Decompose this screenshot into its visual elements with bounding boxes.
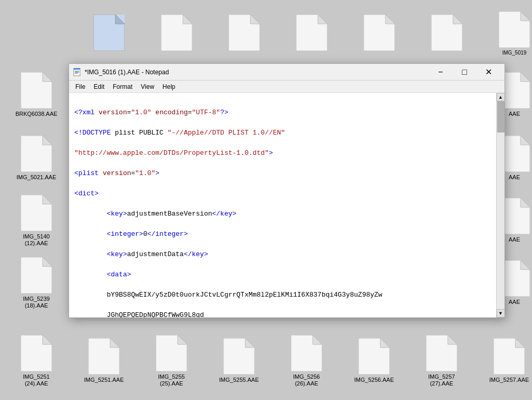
scroll-down-button[interactable]: ▼ bbox=[497, 309, 505, 317]
text-content[interactable]: <?xml version="1.0" encoding="UTF-8"?> <… bbox=[69, 93, 496, 317]
scroll-up-button[interactable]: ▲ bbox=[497, 93, 505, 101]
file-label: IMG_5251.AAE bbox=[84, 377, 124, 383]
svg-marker-30 bbox=[521, 260, 530, 270]
file-label: BRKQ6038.AAE bbox=[16, 111, 58, 117]
list-item[interactable]: IMG_5256.AAE bbox=[348, 332, 400, 390]
menu-view[interactable]: View bbox=[137, 82, 158, 91]
list-item[interactable] bbox=[218, 5, 270, 62]
svg-marker-46 bbox=[515, 338, 525, 348]
svg-marker-42 bbox=[380, 338, 390, 348]
file-label: IMG_5255 (25).AAE bbox=[148, 374, 195, 387]
content-area: <?xml version="1.0" encoding="UTF-8"?> <… bbox=[69, 93, 504, 317]
svg-marker-16 bbox=[43, 72, 52, 82]
svg-marker-36 bbox=[178, 335, 187, 344]
menu-edit[interactable]: Edit bbox=[89, 82, 109, 91]
svg-rect-48 bbox=[74, 68, 80, 70]
svg-marker-22 bbox=[521, 136, 530, 145]
minimize-button[interactable]: − bbox=[429, 64, 453, 81]
svg-marker-38 bbox=[245, 338, 255, 348]
list-item[interactable]: IMG_5257.AAE bbox=[483, 332, 532, 390]
list-item[interactable] bbox=[353, 5, 405, 62]
menu-bar: File Edit Format View Help bbox=[69, 81, 504, 93]
svg-marker-6 bbox=[250, 15, 260, 24]
file-label: IMG_5257.AAE bbox=[489, 377, 529, 383]
list-item[interactable]: IMG_5255 (25).AAE bbox=[145, 332, 197, 390]
window-title: *IMG_5016 (1).AAE - Notepad bbox=[85, 69, 429, 76]
file-label: AAE bbox=[509, 111, 520, 117]
list-item[interactable]: IMG_5256 (26).AAE bbox=[281, 332, 332, 390]
svg-marker-10 bbox=[385, 15, 395, 24]
file-label: IMG_5256 (26).AAE bbox=[283, 374, 330, 387]
list-item[interactable] bbox=[286, 5, 338, 62]
svg-marker-34 bbox=[110, 338, 119, 348]
list-item[interactable]: IMG_5021.AAE bbox=[10, 130, 62, 187]
svg-marker-44 bbox=[448, 335, 457, 344]
file-label: AAE bbox=[509, 174, 520, 181]
svg-marker-28 bbox=[43, 257, 52, 266]
list-item[interactable] bbox=[421, 5, 473, 62]
file-label: IMG_5256.AAE bbox=[354, 377, 394, 383]
file-label: IMG_5019 bbox=[502, 50, 527, 56]
list-item[interactable]: IMG_5255.AAE bbox=[213, 332, 265, 390]
file-label: IMG_5251 (24).AAE bbox=[13, 374, 60, 387]
title-bar: *IMG_5016 (1).AAE - Notepad − □ ✕ bbox=[69, 64, 504, 81]
list-item[interactable]: IMG_5251 (24).AAE bbox=[10, 332, 62, 390]
vertical-scrollbar[interactable]: ▲ ▼ bbox=[496, 93, 504, 317]
svg-marker-8 bbox=[318, 15, 327, 24]
file-label: IMG_5255.AAE bbox=[219, 377, 259, 383]
close-button[interactable]: ✕ bbox=[476, 64, 500, 81]
file-icon-selected[interactable] bbox=[83, 5, 135, 62]
scroll-thumb[interactable] bbox=[497, 101, 504, 132]
svg-marker-18 bbox=[521, 72, 530, 82]
menu-file[interactable]: File bbox=[71, 82, 89, 91]
menu-help[interactable]: Help bbox=[158, 82, 180, 91]
list-item[interactable]: IMG_5140 (12).AAE bbox=[10, 192, 62, 249]
list-item[interactable]: BRKQ6038.AAE bbox=[10, 66, 62, 124]
file-label: AAE bbox=[509, 236, 520, 243]
scroll-track[interactable] bbox=[497, 101, 504, 309]
file-label: IMG_5021.AAE bbox=[17, 174, 56, 181]
svg-marker-26 bbox=[521, 198, 530, 207]
file-label: AAE bbox=[509, 299, 520, 305]
list-item[interactable]: IMG_5019 bbox=[488, 5, 532, 62]
notepad-icon bbox=[73, 68, 82, 76]
file-label: IMG_5239 (18).AAE bbox=[13, 296, 60, 309]
svg-marker-40 bbox=[313, 335, 322, 344]
window-controls: − □ ✕ bbox=[429, 64, 500, 81]
svg-marker-14 bbox=[521, 11, 530, 21]
svg-marker-4 bbox=[183, 15, 192, 24]
list-item[interactable] bbox=[151, 5, 203, 62]
file-label: IMG_5257 (27).AAE bbox=[418, 374, 465, 387]
list-item[interactable]: IMG_5251.AAE bbox=[78, 332, 130, 390]
svg-marker-24 bbox=[43, 195, 52, 204]
file-label: IMG_5140 (12).AAE bbox=[13, 233, 60, 247]
svg-marker-20 bbox=[43, 136, 52, 145]
svg-marker-32 bbox=[43, 335, 52, 344]
list-item[interactable]: IMG_5257 (27).AAE bbox=[416, 332, 468, 390]
svg-marker-12 bbox=[453, 15, 462, 24]
menu-format[interactable]: Format bbox=[109, 82, 137, 91]
notepad-window: *IMG_5016 (1).AAE - Notepad − □ ✕ File E… bbox=[69, 63, 505, 318]
list-item[interactable]: IMG_5239 (18).AAE bbox=[10, 255, 62, 312]
maximize-button[interactable]: □ bbox=[453, 64, 476, 81]
